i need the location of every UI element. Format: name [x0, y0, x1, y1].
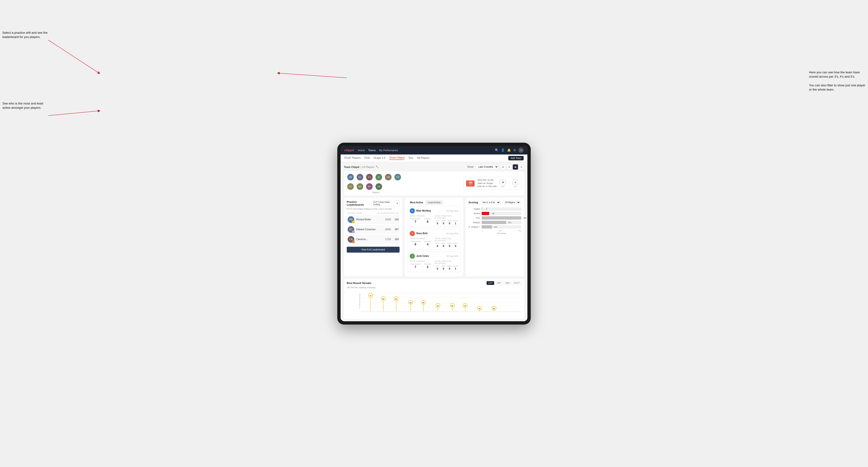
player-avatar-3[interactable]: CA — [366, 173, 373, 181]
ott-label-3: OTT — [435, 265, 440, 267]
settings-icon[interactable]: ⚙ — [513, 148, 516, 152]
svg-text:4x: 4x — [452, 305, 453, 307]
lb-avg-1: 110 — [395, 218, 399, 221]
tournament-label-2: Tournament — [410, 240, 421, 243]
axis-200: 200 — [499, 230, 502, 232]
list-view-btn[interactable]: ☰ — [507, 164, 512, 169]
show-period-select[interactable]: Last 3 months Last 6 months Last year — [476, 165, 499, 169]
app-col-1: APP 0 — [441, 220, 446, 225]
chart-label-pars: Pars — [468, 217, 480, 219]
grid-view-btn[interactable]: ⊞ — [500, 164, 506, 169]
practice-col-2: Practice 4 — [422, 240, 433, 246]
putt-col-3: PUTT 1 — [453, 265, 459, 270]
subnav-all-players[interactable]: All Players — [417, 156, 430, 160]
leaderboard-title: Practice Leaderboards — [347, 200, 372, 206]
leaderboard-row-3: CA 3 Cameron... 17/20 103 — [347, 235, 400, 244]
scoring-header: Scoring Par 3, 4 & 5s Par 3s Par 4s Par … — [468, 200, 521, 205]
team-header: Team Clippd | 14 Players ✏️ Show: Last 3… — [344, 164, 524, 169]
subnav-pga[interactable]: PGA — [365, 156, 370, 160]
player-avatar-6[interactable]: TW — [394, 173, 401, 181]
shot-circle-1-label: yds — [500, 186, 506, 188]
player-avatar-8[interactable]: MK — [356, 183, 364, 190]
annotation-top-right-text: Here you can see how the team have score… — [809, 70, 865, 91]
player-avatar-4[interactable]: JC — [375, 173, 382, 181]
least-active-toggle[interactable]: Least Active — [426, 200, 443, 205]
shot-circle-1-wrap: 16 yds — [500, 179, 506, 188]
subnav-hcaps[interactable]: Hcaps 1-5 — [374, 156, 385, 160]
arg-btn[interactable]: ARG — [503, 281, 512, 285]
activity-item-1: B Blair McHarg 26 Aug 2023 Total Rounds … — [408, 206, 460, 227]
scoring-par-filter[interactable]: Par 3, 4 & 5s Par 3s Par 4s Par 5s — [480, 200, 500, 205]
bell-icon[interactable]: 🔔 — [507, 148, 511, 152]
shot-circle-1-val: 16 — [502, 181, 504, 184]
lb-score-2: 18/20 — [385, 228, 391, 231]
practice-col-1: Practice 6 — [422, 218, 433, 223]
nav-home[interactable]: Home — [358, 149, 365, 152]
most-active-toggle[interactable]: Most Active — [408, 200, 426, 205]
chart-row-eagles: Eagles 3 — [468, 207, 521, 211]
svg-text:5x: 5x — [410, 302, 412, 304]
activity-avatar-3: J — [410, 253, 415, 259]
filter-view-btn[interactable]: ⊟ — [519, 164, 524, 169]
player-avatar-10[interactable]: LR — [375, 183, 382, 190]
activity-name-1: Blair McHarg — [416, 210, 431, 212]
leaderboard-row-2: EC 2 Edward Crossman 18/20 107 — [347, 225, 400, 234]
activity-name-3: Josh Coles — [416, 255, 429, 257]
chart-label-birdies: Birdies — [468, 212, 480, 215]
svg-text:6x: 6x — [382, 298, 384, 300]
ott-col-2: OTT 0 — [435, 243, 440, 247]
arg-val-2: 0 — [447, 245, 453, 247]
putt-label-1: PUTT — [453, 220, 459, 222]
lb-col-player-name: PLAYER NAME — [348, 212, 377, 214]
axis-400: 400 — [518, 230, 521, 232]
lb-table-header: PLAYER NAME PB SCORE PB AVG SQ — [347, 212, 400, 214]
edit-team-icon[interactable]: ✏️ — [376, 165, 379, 168]
user-avatar[interactable]: U — [519, 148, 524, 153]
arg-col-1: ARG 0 — [447, 220, 453, 225]
shot-stat-card: 198 SC Shot Dist: 16 yds Start Lie: Roug… — [464, 177, 521, 190]
annotation-top-right: Here you can see how the team have score… — [809, 66, 866, 92]
player-avatar-2[interactable]: EC — [356, 173, 364, 181]
chart-x-label: Total Shots — [468, 232, 521, 235]
scoring-card: Scoring Par 3, 4 & 5s Par 3s Par 4s Par … — [466, 198, 524, 276]
practice-label-1: Practice — [422, 218, 433, 220]
activity-card-header: Most Active Least Active — [408, 200, 460, 205]
three-col-grid: Practice Leaderboards PUTT Must Make Put… — [344, 198, 524, 276]
putt-label-2: PUTT — [453, 243, 459, 245]
shot-circles: 16 yds → 0 yds — [500, 179, 519, 188]
subnav-team-clippd[interactable]: Team Clippd — [389, 156, 404, 160]
scoring-player-filter[interactable]: All Players — [502, 200, 521, 205]
lb-silver-badge: 2 — [352, 230, 355, 233]
practice-sub-grid-2: OTT 0 APP 0 ARG 0 — [435, 243, 458, 247]
player-avatar-9[interactable]: BH — [366, 183, 373, 190]
subnav-tour[interactable]: Tour — [408, 156, 413, 160]
tournament-col-3: Tournament 7 — [410, 263, 421, 269]
lb-avatar-2: EC 2 — [348, 226, 354, 233]
lb-avg-3: 103 — [395, 238, 399, 241]
app-btn[interactable]: APP — [495, 281, 503, 285]
svg-line-1 — [49, 111, 99, 116]
shot-circle-separator: → — [508, 182, 510, 185]
player-avatar-1[interactable]: RB — [347, 173, 354, 181]
player-avatar-5[interactable]: MB — [384, 173, 392, 181]
shot-circle-2-val: 0 — [515, 181, 516, 184]
search-icon[interactable]: 🔍 — [495, 148, 499, 152]
putt-btn[interactable]: PUTT — [513, 281, 522, 285]
nav-teams[interactable]: Teams — [368, 149, 376, 152]
player-avatar-7[interactable]: PJ — [347, 183, 354, 190]
shot-badge: 198 SC — [466, 181, 474, 187]
shot-circle-2-wrap: 0 yds — [512, 179, 519, 188]
add-team-button[interactable]: Add Team — [508, 156, 524, 160]
lb-name-3: Cameron... — [356, 238, 383, 241]
people-icon[interactable]: 👤 — [501, 148, 505, 152]
drill-select[interactable]: PUTT Must Make Putting... ▾ — [372, 200, 400, 206]
view-icons: ⊞ ☰ ▦ ⊟ — [500, 164, 524, 169]
ott-btn[interactable]: OTT — [487, 281, 494, 285]
view-full-leaderboard-button[interactable]: View Full Leaderboard — [347, 247, 400, 253]
card-view-btn[interactable]: ▦ — [513, 164, 518, 169]
activity-avatar-1: B — [410, 208, 415, 214]
nav-my-performance[interactable]: My Performance — [379, 149, 398, 152]
chart-val-birdies: 96 — [492, 212, 494, 214]
subnav-pgat[interactable]: PGAT Players — [344, 156, 361, 160]
streaks-title: Best Round Streaks — [347, 282, 371, 284]
